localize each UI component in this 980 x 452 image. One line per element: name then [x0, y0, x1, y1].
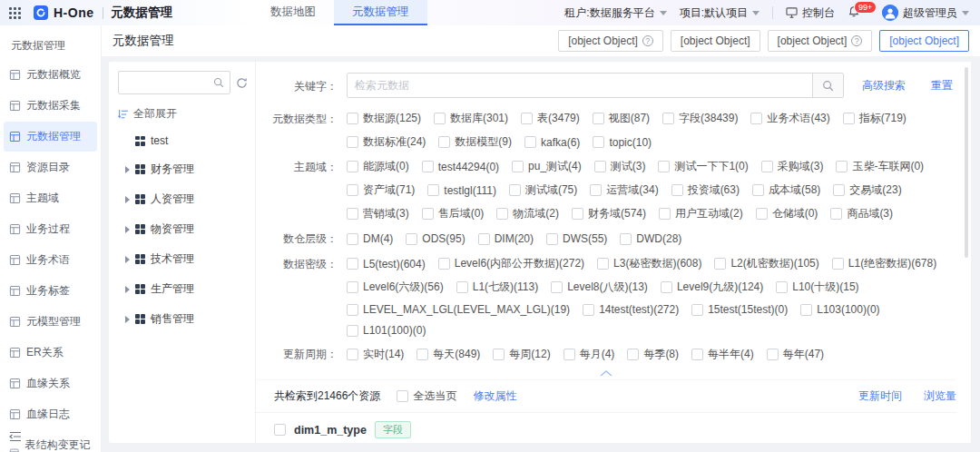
checkbox[interactable] — [662, 113, 674, 124]
checkbox[interactable] — [659, 208, 671, 220]
user-menu[interactable]: 超级管理员 — [882, 5, 969, 21]
checkbox[interactable] — [800, 304, 812, 316]
sidebar-item[interactable]: 业务标签 — [4, 276, 97, 306]
filter-option[interactable]: 财务域(574) — [572, 206, 646, 221]
filter-option[interactable]: LEVEL_MAX_LGL(LEVEL_MAX_LGL)(19) — [347, 303, 570, 316]
tree-search-input[interactable] — [119, 76, 208, 89]
keyword-input[interactable] — [348, 74, 812, 97]
filter-option[interactable]: DWS(55) — [546, 232, 607, 245]
sort-views-link[interactable]: 浏览量 — [924, 388, 956, 404]
filter-option[interactable]: 指标(719) — [843, 111, 906, 126]
filter-option[interactable]: testlgl(111) — [427, 184, 496, 197]
tree-node[interactable]: 销售管理 — [118, 304, 248, 334]
filter-option[interactable]: Level6(内部公开数据)(272) — [438, 256, 584, 271]
filter-option[interactable]: 资产域(71) — [347, 182, 415, 198]
filter-option[interactable]: 能源域(0) — [347, 159, 409, 174]
checkbox[interactable] — [546, 233, 558, 245]
checkbox[interactable] — [347, 208, 358, 220]
filter-option[interactable]: 数据库(301) — [434, 111, 508, 126]
filter-option[interactable]: 数据标准(24) — [347, 134, 426, 150]
filter-option[interactable]: 数据源(125) — [347, 111, 421, 126]
checkbox[interactable] — [583, 304, 594, 316]
filter-option[interactable]: L5(test)(604) — [347, 258, 426, 270]
filter-option[interactable]: 业务术语(43) — [750, 111, 829, 126]
checkbox[interactable] — [691, 304, 703, 316]
filter-option[interactable]: 售后域(0) — [422, 206, 485, 221]
search-button[interactable] — [812, 74, 843, 97]
checkbox[interactable] — [456, 281, 468, 293]
filter-option[interactable]: 表(3479) — [521, 111, 580, 126]
sidebar-item[interactable]: ER关系 — [4, 338, 97, 368]
filter-option[interactable]: 用户互动域(2) — [659, 206, 743, 221]
checkbox[interactable] — [524, 136, 536, 148]
filter-option[interactable]: 每天(849) — [416, 347, 480, 362]
filter-option[interactable]: 字段(38439) — [662, 111, 738, 126]
filter-option[interactable]: 15test(15test)(0) — [691, 303, 788, 316]
checkbox[interactable] — [843, 113, 855, 124]
filter-option[interactable]: 每月(4) — [564, 347, 615, 362]
checkbox[interactable] — [750, 113, 762, 124]
filter-option[interactable]: L1(绝密数据)(678) — [832, 256, 936, 271]
checkbox[interactable] — [564, 349, 575, 360]
checkbox[interactable] — [597, 258, 609, 270]
filter-option[interactable]: 运营域(34) — [590, 182, 658, 198]
sort-update-time-link[interactable]: 更新时间 — [858, 388, 902, 404]
checkbox[interactable] — [274, 424, 286, 436]
checkbox[interactable] — [347, 113, 358, 124]
checkbox[interactable] — [752, 184, 764, 196]
checkbox[interactable] — [593, 136, 604, 148]
checkbox[interactable] — [347, 349, 358, 360]
checkbox[interactable] — [416, 349, 428, 360]
sidebar-item[interactable]: 血缘关系 — [4, 368, 97, 398]
tree-node[interactable]: 人资管理 — [118, 184, 248, 214]
resource-name[interactable]: dim1_m_type — [294, 424, 367, 437]
filter-option[interactable]: 商品域(3) — [830, 206, 893, 221]
checkbox[interactable] — [836, 161, 848, 172]
console-button[interactable]: 控制台 — [786, 5, 835, 21]
filter-option[interactable]: 每年(47) — [767, 347, 824, 362]
checkbox[interactable] — [761, 161, 773, 172]
filter-option[interactable]: 成本域(58) — [752, 182, 820, 198]
sidebar-item[interactable]: 元数据管理 — [4, 122, 97, 152]
filter-option[interactable]: L101(100)(0) — [347, 324, 426, 337]
checkbox[interactable] — [714, 258, 726, 270]
sidebar-item[interactable]: 业务过程 — [4, 214, 97, 244]
filter-option[interactable]: L2(机密数据)(105) — [714, 256, 818, 271]
collapse-filters-button[interactable] — [256, 369, 956, 379]
filter-option[interactable]: 每周(12) — [493, 347, 550, 362]
checkbox[interactable] — [756, 208, 768, 220]
checkbox[interactable] — [397, 390, 408, 402]
notifications-button[interactable]: 99+ — [848, 5, 860, 21]
filter-option[interactable]: DWD(28) — [620, 232, 681, 245]
filter-option[interactable]: kafka(6) — [524, 136, 580, 149]
filter-option[interactable]: 营销域(3) — [347, 206, 409, 221]
checkbox[interactable] — [512, 161, 524, 172]
refresh-icon[interactable] — [236, 77, 248, 89]
expand-all-button[interactable]: 全部展开 — [118, 106, 248, 122]
tree-node[interactable]: 财务管理 — [118, 154, 248, 184]
checkbox[interactable] — [347, 258, 358, 270]
reset-link[interactable]: 重置 — [931, 78, 953, 93]
checkbox[interactable] — [438, 258, 450, 270]
tenant-selector[interactable]: 租户:数据服务平台 — [564, 5, 666, 21]
top-nav-tab[interactable]: 元数据管理 — [334, 0, 427, 25]
filter-option[interactable]: 仓储域(0) — [756, 206, 818, 221]
filter-option[interactable]: L10(十级)(15) — [776, 280, 858, 295]
checkbox[interactable] — [776, 281, 788, 293]
filter-option[interactable]: DIM(20) — [478, 232, 534, 245]
checkbox[interactable] — [493, 349, 505, 360]
checkbox[interactable] — [347, 281, 358, 293]
checkbox[interactable] — [427, 184, 439, 196]
checkbox[interactable] — [521, 113, 533, 124]
filter-option[interactable]: 每半年(4) — [691, 347, 754, 362]
checkbox[interactable] — [658, 161, 670, 172]
checkbox[interactable] — [347, 325, 358, 337]
filter-option[interactable]: L103(100)(0) — [800, 303, 879, 316]
filter-option[interactable]: 每季(8) — [627, 347, 679, 362]
filter-option[interactable]: 测试一下下1(0) — [658, 159, 748, 174]
tree-node[interactable]: 生产管理 — [118, 274, 248, 304]
filter-option[interactable]: 玉柴-车联网(0) — [836, 159, 924, 174]
project-selector[interactable]: 项目:默认项目 — [680, 5, 760, 21]
filter-option[interactable]: Level6(六级)(56) — [347, 280, 444, 295]
filter-option[interactable]: 测试(3) — [594, 159, 646, 174]
